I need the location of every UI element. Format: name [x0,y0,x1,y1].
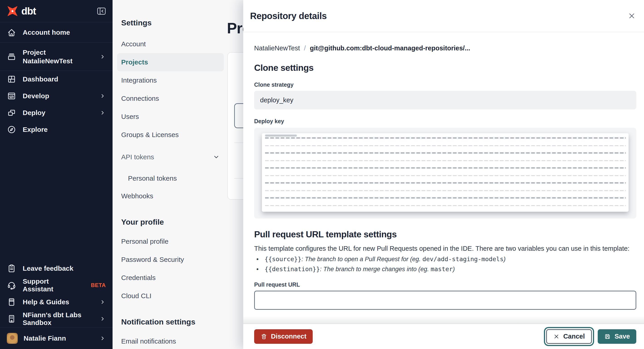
develop-code-icon [7,91,16,101]
chevron-right-icon [100,299,106,305]
sidebar-item-project[interactable]: Project NatalieNewTest [0,43,112,71]
dbt-logo: dbt [7,6,36,17]
pr-url-label: Pull request URL [254,282,636,288]
book-icon [7,297,16,307]
pr-url-input[interactable] [254,291,636,310]
home-icon [7,28,16,37]
cancel-button-label: Cancel [563,333,585,340]
variable-description: : The branch to open a Pull Request for … [302,256,422,263]
breadcrumb-separator: / [304,44,306,52]
sidebar-item-explore[interactable]: Explore [0,121,112,138]
save-floppy-icon [604,333,611,340]
chevron-right-icon [100,316,106,322]
settings-nav-users[interactable]: Users [117,108,224,126]
user-avatar [7,333,18,344]
settings-nav-api-tokens-label: API tokens [121,153,154,161]
variable-example: master [431,266,453,272]
clone-strategy-label: Clone strategy [254,82,636,88]
settings-nav-webhooks[interactable]: Webhooks [117,187,224,205]
list-item: • {{destination}} : The branch to merge … [256,266,636,273]
chevron-right-icon [100,335,106,342]
drawer-footer: Disconnect Cancel Save [243,324,644,349]
cancel-button[interactable]: Cancel [546,329,592,344]
sidebar-item-account-home[interactable]: Account home [0,22,112,43]
disconnect-button-label: Disconnect [271,333,306,340]
variable-close-paren: ) [453,266,455,273]
settings-nav-personal-tokens[interactable]: Personal tokens [117,170,224,187]
sidebar-item-label: Support Assistant [23,278,80,293]
settings-nav-email-notifications[interactable]: Email notifications [117,332,224,349]
beta-badge: BETA [91,282,106,288]
building-icon [7,314,16,324]
drawer-footer-actions: Cancel Save [544,329,636,344]
chevron-right-icon [100,93,106,99]
deploy-windows-icon [7,108,16,118]
pr-template-variables-list: • {{source}} : The branch to open a Pull… [254,256,636,273]
bullet-glyph: • [256,266,264,273]
sidebar-item-help-guides[interactable]: Help & Guides [0,294,112,310]
sidebar-item-label: Dashboard [23,75,58,83]
deploy-key-label: Deploy key [254,118,636,124]
settings-nav-api-tokens[interactable]: API tokens [117,148,224,166]
variable-close-paren: ) [504,256,506,263]
app-sidebar: dbt Account home Pr [0,0,112,349]
sidebar-item-support-assistant[interactable]: Support Assistant BETA [0,277,112,294]
drawer-title: Repository details [250,11,327,21]
bullet-glyph: • [256,256,264,263]
pr-template-heading: Pull request URL template settings [254,230,636,240]
explore-compass-icon [7,125,16,134]
settings-nav-integrations[interactable]: Integrations [117,71,224,90]
sidebar-item-develop[interactable]: Develop [0,88,112,104]
dbt-logo-icon [7,6,18,17]
sidebar-user-menu[interactable]: Natalie Fiann [0,327,112,349]
variable-code: {{destination}} [264,266,320,272]
settings-nav-connections[interactable]: Connections [117,90,224,108]
repository-details-drawer: Repository details NatalieNewTest / git@… [243,0,644,349]
trash-icon [260,333,267,340]
collapse-sidebar-icon [97,8,106,15]
collapse-sidebar-button[interactable] [97,8,106,15]
headset-icon [7,280,16,290]
chevron-right-icon [100,110,106,116]
pr-template-description: This template configures the URL for new… [254,245,636,252]
sidebar-item-label: Project NatalieNewTest [23,48,72,65]
settings-nav-projects[interactable]: Projects [117,53,224,71]
sidebar-item-label: Explore [23,126,48,134]
drawer-body: NatalieNewTest / git@github.com:dbt-clou… [243,32,644,324]
settings-nav-groups-licenses[interactable]: Groups & Licenses [117,126,224,144]
sidebar-item-label: Help & Guides [23,298,69,306]
sidebar-item-label: Leave feedback [23,264,73,272]
x-icon [553,333,560,340]
sidebar-item-deploy[interactable]: Deploy [0,104,112,121]
settings-nav-credentials[interactable]: Credentials [117,269,224,287]
sidebar-item-dashboard[interactable]: Dashboard [0,71,112,88]
chevron-down-icon [213,154,220,160]
save-button[interactable]: Save [598,329,636,344]
breadcrumb: NatalieNewTest / git@github.com:dbt-clou… [254,44,636,52]
sidebar-item-label: NFiann's dbt Labs Sandbox [23,311,93,326]
breadcrumb-project: NatalieNewTest [254,44,300,52]
settings-nav-account[interactable]: Account [117,35,224,53]
variable-description: : The branch to merge changes into (eg. [320,266,431,273]
dashboard-icon [7,74,16,84]
settings-nav: Settings Account Projects Integrations C… [121,16,229,349]
settings-nav-personal-profile[interactable]: Personal profile [117,232,224,250]
sidebar-bottom: Leave feedback Support Assistant BETA He… [0,260,112,349]
settings-nav-cloud-cli[interactable]: Cloud CLI [117,287,224,305]
drawer-header: Repository details [243,0,644,32]
sidebar-header: dbt [0,0,112,22]
dbt-logo-text: dbt [21,6,36,16]
close-drawer-button[interactable] [627,11,636,20]
chevron-right-icon [100,54,106,60]
sidebar-item-account-switcher[interactable]: NFiann's dbt Labs Sandbox [0,310,112,327]
clone-settings-heading: Clone settings [254,63,636,73]
disconnect-button[interactable]: Disconnect [254,329,313,344]
deploy-key-field[interactable] [254,128,636,218]
clipboard-icon [7,264,16,273]
sidebar-item-label: Account home [23,28,70,36]
save-button-label: Save [614,333,630,340]
sidebar-item-leave-feedback[interactable]: Leave feedback [0,260,112,277]
breadcrumb-repo-url: git@github.com:dbt-cloud-managed-reposit… [310,44,470,52]
settings-nav-password-security[interactable]: Password & Security [117,250,224,269]
variable-example: dev/add-staging-models [422,256,504,262]
